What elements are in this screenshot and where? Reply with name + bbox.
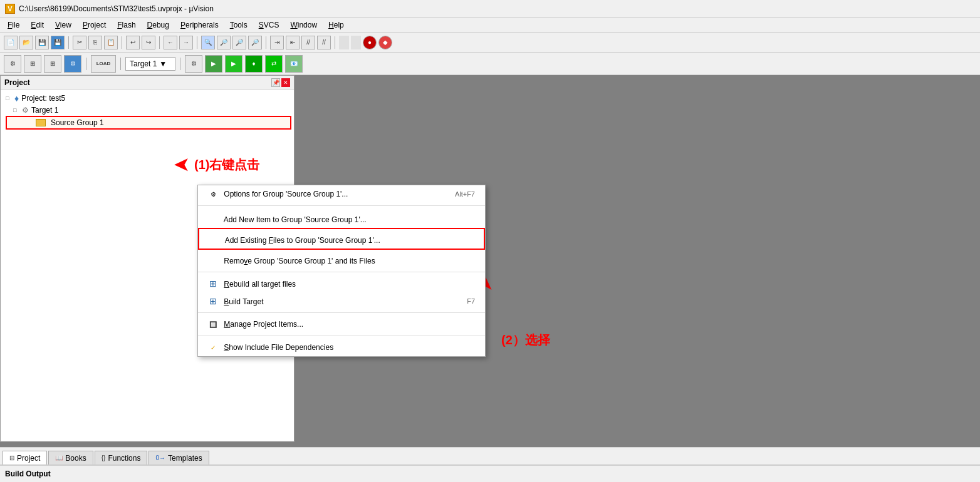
btn-cut[interactable]: ✂	[73, 36, 86, 49]
btn-new[interactable]: 📄	[4, 36, 18, 49]
menu-tools[interactable]: Tools	[225, 19, 253, 31]
menu-project[interactable]: Project	[78, 19, 111, 31]
btn-indent[interactable]: ⇥	[270, 36, 284, 49]
tree-item-project[interactable]: □ ♦ Project: test5	[3, 92, 291, 105]
btn-undo[interactable]: ↩	[126, 36, 140, 49]
btn-extra1[interactable]	[339, 36, 349, 49]
folder-icon	[36, 119, 46, 126]
btn-build1[interactable]: ▶	[205, 55, 222, 73]
bottom-tabs: ⊟ Project 📖 Books {} Functions 0→ Templa…	[0, 447, 980, 464]
menu-bar: File Edit View Project Flash Debug Perip…	[0, 18, 980, 33]
target-label: Target 1	[130, 59, 157, 68]
menu-flash[interactable]: Flash	[112, 19, 140, 31]
panel-controls: 📌 ✕	[271, 78, 290, 87]
panel-pin-button[interactable]: 📌	[271, 78, 280, 87]
menu-help[interactable]: Help	[323, 19, 349, 31]
btn-build5[interactable]: 📧	[285, 55, 303, 73]
menu-svcs[interactable]: SVCS	[254, 19, 284, 31]
ctx-rebuild-icon: ⊞	[208, 279, 218, 289]
btn-settings2[interactable]: ⚙	[64, 55, 81, 73]
expand-icon-project: □	[6, 95, 12, 101]
ctx-add-new-label: Add New Item to Group 'Source Group 1'..…	[224, 215, 367, 224]
panel-title: Project	[4, 78, 30, 87]
ctx-add-existing-files[interactable]: Add Existing Files to Group 'Source Grou…	[198, 228, 485, 250]
panel-header: Project 📌 ✕	[1, 76, 294, 90]
ctx-build-icon: ⊞	[208, 296, 218, 306]
btn-grid1[interactable]: ⊞	[24, 55, 41, 73]
target-folder-icon: ⚙	[22, 106, 29, 115]
btn-settings[interactable]: ⚙	[4, 55, 21, 73]
toolbar1: 📄 📂 💾 💾 ✂ ⎘ 📋 ↩ ↪ ← → 🔍 🔎 🔎 🔎 ⇥ ⇤ // // …	[0, 33, 980, 53]
ctx-manage-icon: 🔲	[208, 319, 218, 329]
btn-find3[interactable]: 🔎	[248, 36, 262, 49]
btn-build2[interactable]: ▶	[225, 55, 242, 73]
btn-save[interactable]: 💾	[35, 36, 49, 49]
btn-nav-back[interactable]: ←	[164, 36, 177, 49]
ctx-rebuild-all[interactable]: ⊞ Rebuild all target files	[198, 275, 485, 292]
btn-copy[interactable]: ⎘	[88, 36, 102, 49]
separator8	[120, 58, 121, 70]
arrow-right-click-icon: ➤	[174, 155, 189, 176]
tab-books[interactable]: 📖 Books	[48, 451, 93, 464]
separator4	[197, 36, 197, 49]
btn-build4[interactable]: ⇄	[265, 55, 283, 73]
ctx-build-target[interactable]: ⊞ Build Target F7	[198, 292, 485, 310]
tab-functions-label: Functions	[108, 454, 140, 463]
separator1	[68, 36, 69, 49]
ctx-options-for-group[interactable]: ⚙ Options for Group 'Source Group 1'... …	[198, 185, 485, 203]
annotation-right-click: (1)右键点击	[194, 156, 259, 173]
ctx-sep3	[198, 312, 485, 313]
btn-redo[interactable]: ↪	[142, 36, 155, 49]
btn-find-in-files[interactable]: 🔍	[201, 36, 215, 49]
btn-find2[interactable]: 🔎	[232, 36, 246, 49]
btn-comment[interactable]: //	[301, 36, 315, 49]
annotation-select: (2）选择	[501, 332, 550, 349]
ctx-settings-icon: ⚙	[208, 189, 218, 199]
btn-grid2[interactable]: ⊞	[44, 55, 61, 73]
ctx-manage-items[interactable]: 🔲 Manage Project Items...	[198, 315, 485, 333]
tree-item-target[interactable]: □ ⚙ Target 1	[3, 105, 291, 116]
btn-find[interactable]: 🔎	[217, 36, 231, 49]
dropdown-arrow-icon: ▼	[159, 59, 167, 68]
btn-load[interactable]: LOAD	[91, 55, 116, 73]
title-bar: V C:\Users\86199\Documents\STM32\test5.u…	[0, 0, 980, 18]
separator5	[266, 36, 266, 49]
btn-target-settings[interactable]: ⚙	[185, 55, 202, 73]
ctx-manage-label: Manage Project Items...	[224, 320, 303, 329]
tab-books-icon: 📖	[55, 454, 63, 461]
ctx-remove-group[interactable]: Remove Group 'Source Group 1' and its Fi…	[198, 250, 485, 269]
panel-close-button[interactable]: ✕	[281, 78, 290, 87]
tab-templates-icon: 0→	[155, 454, 165, 461]
ctx-sep4	[198, 336, 485, 336]
menu-window[interactable]: Window	[285, 19, 322, 31]
btn-unindent[interactable]: ⇤	[286, 36, 300, 49]
ctx-add-new-item[interactable]: Add New Item to Group 'Source Group 1'..…	[198, 208, 485, 228]
btn-open[interactable]: 📂	[19, 36, 33, 49]
tab-templates[interactable]: 0→ Templates	[149, 451, 209, 464]
separator6	[335, 36, 335, 49]
menu-debug[interactable]: Debug	[142, 19, 174, 31]
btn-uncomment[interactable]: //	[317, 36, 331, 49]
tab-functions-icon: {}	[102, 454, 106, 461]
tab-functions[interactable]: {} Functions	[95, 451, 148, 464]
app-icon: V	[5, 4, 15, 14]
ctx-build-label: Build Target	[224, 297, 263, 306]
btn-paste[interactable]: 📋	[104, 36, 118, 49]
toolbar2: ⚙ ⊞ ⊞ ⚙ LOAD Target 1 ▼ ⚙ ▶ ▶ ♦ ⇄ 📧	[0, 53, 980, 75]
menu-file[interactable]: File	[3, 19, 24, 31]
menu-peripherals[interactable]: Peripherals	[175, 19, 224, 31]
tab-books-label: Books	[65, 454, 86, 463]
tree-item-source-group[interactable]: Source Group 1	[6, 116, 291, 130]
btn-save-all[interactable]: 💾	[51, 36, 65, 49]
tab-project[interactable]: ⊟ Project	[3, 451, 47, 464]
ctx-show-include[interactable]: ✓ Show Include File Dependencies	[198, 339, 485, 356]
menu-edit[interactable]: Edit	[26, 19, 49, 31]
btn-extra2[interactable]	[351, 36, 361, 49]
btn-nav-fwd[interactable]: →	[179, 36, 193, 49]
ctx-checkmark-icon: ✓	[208, 342, 218, 352]
btn-extra3[interactable]: ●	[363, 36, 377, 49]
target-dropdown[interactable]: Target 1 ▼	[125, 57, 175, 71]
btn-build3[interactable]: ♦	[245, 55, 263, 73]
menu-view[interactable]: View	[50, 19, 76, 31]
btn-extra4[interactable]: ◆	[378, 36, 392, 49]
